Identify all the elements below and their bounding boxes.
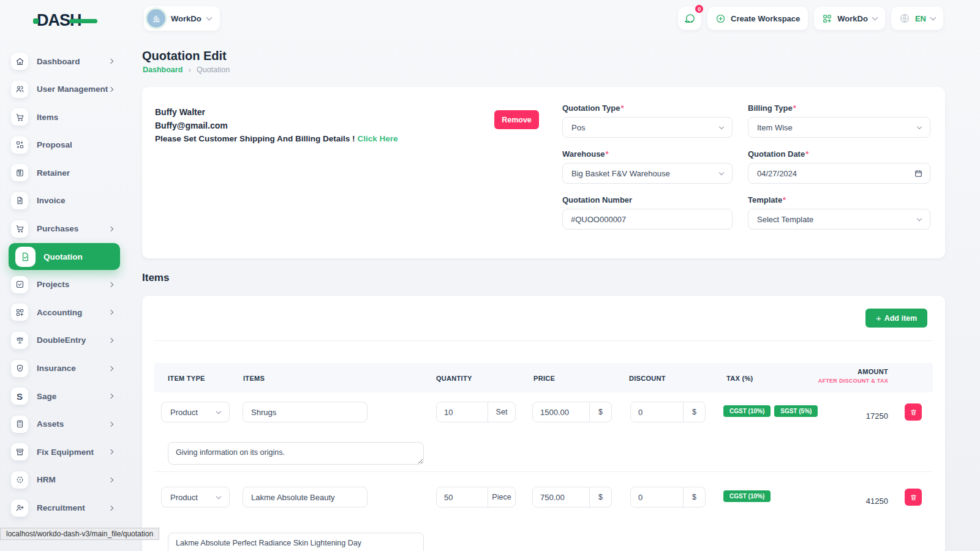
- tax-badge: CGST (10%): [723, 405, 771, 417]
- sidebar: Dashboard User Management Items Proposal…: [0, 49, 129, 523]
- save-card-icon: [11, 164, 28, 181]
- tax-badges: CGST (10%) SGST (5%): [723, 405, 818, 417]
- chevron-right-icon: [108, 505, 113, 510]
- quantity-input[interactable]: [437, 487, 488, 507]
- sidebar-item-dashboard[interactable]: Dashboard: [0, 49, 129, 73]
- sidebar-item-projects[interactable]: Projects: [0, 272, 129, 297]
- chevron-right-icon: [108, 282, 113, 287]
- sidebar-item-retainer[interactable]: Retainer: [0, 160, 129, 185]
- chevron-right-icon: [108, 226, 113, 231]
- shield-check-icon: [11, 360, 28, 377]
- chevron-right-icon: [108, 338, 113, 343]
- trash-icon: [910, 493, 918, 501]
- sidebar-item-insurance[interactable]: Insurance: [0, 356, 129, 381]
- chevron-down-icon: [216, 408, 221, 413]
- discount-input[interactable]: [631, 402, 683, 422]
- cart-icon: [11, 220, 28, 238]
- item-type-select[interactable]: Product: [161, 487, 230, 508]
- discount-group: $: [630, 487, 706, 508]
- price-group: $: [532, 402, 612, 422]
- archive-box-icon: [11, 443, 28, 460]
- chevron-right-icon: [108, 59, 113, 64]
- template-select[interactable]: Select Template: [748, 209, 930, 230]
- sidebar-item-accounting[interactable]: Accounting: [0, 300, 129, 324]
- currency-label: $: [683, 402, 705, 422]
- row-amount: 41250: [866, 497, 888, 506]
- price-input[interactable]: [533, 487, 589, 507]
- price-group: $: [532, 487, 612, 508]
- item-description-textarea[interactable]: Lakme Absolute Perfect Radiance Skin Lig…: [168, 533, 424, 551]
- unit-label: Set: [488, 402, 515, 422]
- browser-status-url: localhost/workdo-dash-v3/main_file/quota…: [0, 528, 159, 540]
- billing-type-select[interactable]: Item Wise: [748, 117, 930, 138]
- currency-label: $: [589, 402, 611, 422]
- chevron-right-icon: [108, 365, 113, 370]
- quotation-number-label: Quotation Number: [562, 195, 733, 204]
- sidebar-item-hrm[interactable]: HRM: [0, 468, 129, 492]
- delete-row-button[interactable]: [905, 489, 922, 506]
- quotation-type-label: Quotation Type*: [562, 103, 733, 113]
- chevron-right-icon: [108, 449, 113, 454]
- sidebar-item-items[interactable]: Items: [0, 105, 129, 129]
- chevron-down-icon: [719, 170, 724, 174]
- sidebar-item-assets[interactable]: Assets: [0, 412, 129, 437]
- sidebar-item-quotation[interactable]: Quotation: [9, 243, 120, 270]
- items-section-heading: Items: [142, 272, 169, 284]
- item-type-select[interactable]: Product: [161, 402, 230, 422]
- grid-plus-icon: [11, 304, 28, 321]
- home-icon: [11, 53, 28, 70]
- chevron-right-icon: [108, 310, 113, 315]
- divider: [154, 340, 933, 341]
- sidebar-item-doubleentry[interactable]: DoubleEntry: [0, 328, 129, 353]
- quantity-input[interactable]: [437, 402, 488, 422]
- breadcrumb-dashboard-link[interactable]: Dashboard: [143, 66, 183, 74]
- sidebar-item-sage[interactable]: S Sage: [0, 384, 129, 408]
- chevron-right-icon: [108, 86, 113, 91]
- col-header-price: PRICE: [533, 375, 555, 382]
- add-item-button[interactable]: + Add item: [865, 309, 927, 328]
- calendar-icon: [914, 169, 923, 178]
- sidebar-item-recruitment[interactable]: Recruitment: [0, 496, 129, 520]
- balance-scale-icon: [11, 332, 28, 349]
- sidebar-item-proposal[interactable]: Proposal: [0, 133, 129, 157]
- currency-label: $: [589, 487, 611, 507]
- user-plus-icon: [11, 500, 28, 517]
- quotation-details-card: Buffy Walter Buffy@gmail.com Please Set …: [142, 87, 945, 258]
- calculator-icon: [11, 416, 28, 433]
- customer-shipping-notice: Please Set Customer Shipping And Billing…: [155, 134, 398, 143]
- chevron-right-icon: [108, 421, 113, 426]
- item-name-input[interactable]: [243, 402, 368, 422]
- sidebar-item-purchases[interactable]: Purchases: [0, 217, 129, 241]
- table-row: Product Set $ $ CGST (10%) SGST (5%) 172…: [154, 395, 933, 429]
- customer-email: Buffy@gmail.com: [155, 121, 228, 130]
- quotation-number-input[interactable]: [562, 209, 733, 230]
- billing-type-label: Billing Type*: [748, 103, 930, 113]
- quantity-group: Piece: [436, 487, 516, 508]
- chevron-right-icon: [108, 394, 113, 399]
- logo-dash-bar-icon: [69, 19, 97, 23]
- chevron-right-icon: [108, 478, 113, 482]
- item-name-input[interactable]: [243, 487, 368, 508]
- trash-icon: [910, 408, 918, 416]
- sidebar-item-fix-equipment[interactable]: Fix Equipment: [0, 440, 129, 464]
- chevron-down-icon: [216, 493, 221, 498]
- cart-icon: [11, 108, 28, 126]
- warehouse-select[interactable]: Big Basket F&V Warehouse: [562, 163, 733, 184]
- quotation-date-input[interactable]: 04/27/2024: [748, 163, 930, 184]
- dash-logo[interactable]: DASH: [33, 11, 97, 30]
- unit-label: Piece: [488, 487, 515, 507]
- click-here-link[interactable]: Click Here: [358, 134, 398, 143]
- customer-name: Buffy Walter: [155, 107, 205, 117]
- delete-row-button[interactable]: [905, 403, 922, 421]
- discount-input[interactable]: [631, 487, 683, 507]
- col-header-discount: DISCOUNT: [629, 375, 666, 382]
- items-table-header: ITEM TYPE ITEMS QUANTITY PRICE DISCOUNT …: [154, 363, 933, 392]
- sidebar-item-user-management[interactable]: User Management: [0, 77, 129, 102]
- remove-customer-button[interactable]: Remove: [494, 110, 539, 129]
- sidebar-item-invoice[interactable]: Invoice: [0, 189, 129, 213]
- price-input[interactable]: [533, 402, 589, 422]
- items-card: + Add item ITEM TYPE ITEMS QUANTITY PRIC…: [142, 296, 945, 551]
- item-description-textarea[interactable]: Giving information on its origins.: [168, 442, 424, 465]
- quotation-type-select[interactable]: Pos: [562, 117, 733, 138]
- divider: [154, 471, 933, 472]
